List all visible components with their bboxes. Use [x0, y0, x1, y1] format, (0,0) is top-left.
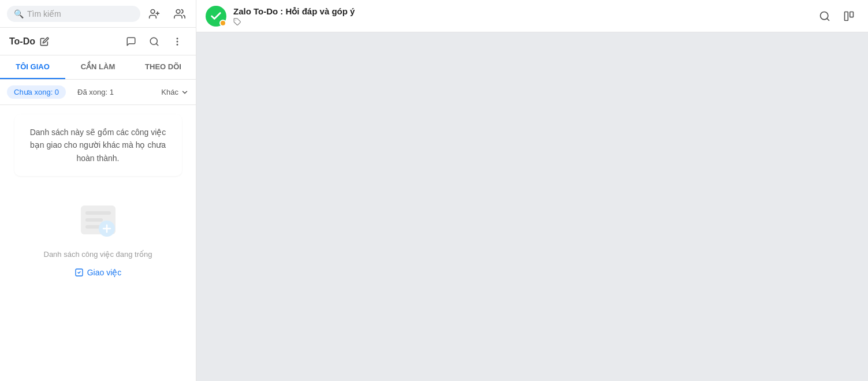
add-group-button[interactable] — [170, 5, 189, 23]
tabs: TÔI GIAO CẦN LÀM THEO DÕI — [0, 55, 196, 80]
svg-line-5 — [156, 43, 158, 45]
todo-header: To-Do — [0, 28, 196, 55]
search-bar: 🔍 — [0, 0, 196, 28]
todo-title: To-Do — [9, 36, 49, 47]
main-panel: Zalo To-Do : Hỏi đáp và góp ý — [196, 0, 868, 381]
header-layout-button[interactable] — [839, 6, 859, 26]
app-logo — [206, 6, 226, 27]
app-name: Zalo To-Do : Hỏi đáp và góp ý — [233, 6, 808, 17]
khac-dropdown[interactable]: Khác — [161, 88, 189, 96]
label-area[interactable] — [233, 18, 808, 26]
empty-state: Danh sách công việc đang trống Giao việc — [44, 197, 152, 277]
chua-xong-filter[interactable]: Chưa xong: 0 — [7, 85, 66, 99]
label-icon — [233, 18, 241, 26]
top-header-right — [815, 6, 859, 26]
add-contact-button[interactable] — [145, 5, 163, 23]
tab-can-lam[interactable]: CẦN LÀM — [65, 55, 131, 79]
more-options-button[interactable] — [168, 32, 187, 51]
info-card: Danh sách này sẽ gồm các công việc bạn g… — [14, 114, 182, 176]
svg-point-8 — [177, 44, 178, 45]
search-input[interactable] — [27, 9, 133, 18]
header-icons — [145, 5, 189, 23]
da-xong-filter[interactable]: Đã xong: 1 — [70, 85, 121, 99]
svg-line-19 — [827, 18, 829, 20]
svg-rect-10 — [85, 211, 111, 215]
assign-label: Giao việc — [87, 268, 122, 277]
header-search-icon — [819, 10, 830, 22]
search-todo-button[interactable] — [145, 32, 163, 51]
svg-point-6 — [177, 38, 178, 39]
todo-title-text: To-Do — [9, 36, 35, 47]
header-layout-icon — [843, 10, 855, 22]
main-content — [196, 32, 868, 381]
app-name-area: Zalo To-Do : Hỏi đáp và góp ý — [233, 6, 808, 26]
logo-badge — [219, 20, 226, 27]
sidebar: 🔍 To-Do — [0, 0, 196, 381]
content-area: Danh sách này sẽ gồm các công việc bạn g… — [0, 105, 196, 381]
chevron-down-icon — [181, 88, 189, 96]
svg-rect-11 — [85, 218, 103, 222]
empty-state-icon — [75, 197, 121, 243]
svg-rect-21 — [850, 12, 854, 17]
tab-theo-doi[interactable]: THEO DÕI — [131, 55, 196, 79]
filter-row: Chưa xong: 0 Đã xong: 1 Khác — [0, 80, 196, 105]
empty-text: Danh sách công việc đang trống — [44, 250, 152, 259]
info-card-text: Danh sách này sẽ gồm các công việc bạn g… — [30, 128, 166, 163]
svg-point-3 — [176, 9, 180, 13]
tab-toi-giao[interactable]: TÔI GIAO — [0, 55, 65, 79]
svg-point-0 — [151, 9, 155, 13]
search-wrapper[interactable]: 🔍 — [7, 6, 140, 22]
assign-button[interactable]: Giao việc — [74, 268, 122, 277]
khac-label: Khác — [161, 88, 178, 96]
svg-point-7 — [177, 41, 178, 42]
top-header: Zalo To-Do : Hỏi đáp và góp ý — [196, 0, 868, 32]
svg-rect-20 — [845, 12, 848, 20]
header-search-button[interactable] — [815, 6, 835, 26]
search-icon: 🔍 — [14, 9, 24, 18]
todo-edit-icon — [40, 37, 49, 46]
assign-icon — [74, 268, 84, 277]
todo-actions — [122, 32, 187, 51]
chat-button[interactable] — [122, 32, 140, 51]
